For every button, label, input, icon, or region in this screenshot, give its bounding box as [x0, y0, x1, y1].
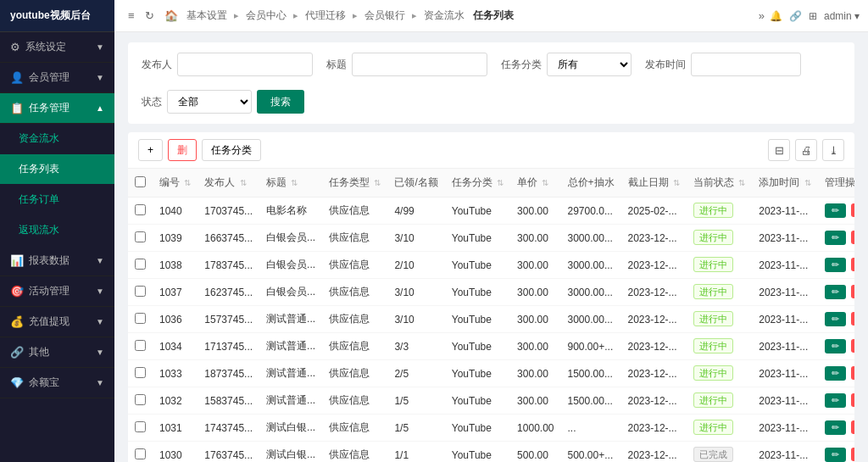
sidebar-item-cashflow[interactable]: 资金流水 [0, 124, 114, 154]
delete-row-button[interactable]: 🗑 [851, 203, 854, 217]
cell-task-type: 供应信息 [322, 225, 387, 252]
title-field: 标题 [326, 53, 487, 76]
fullscreen-icon[interactable]: ⊞ [809, 10, 817, 22]
edit-button[interactable]: ✏ [825, 420, 846, 435]
edit-button[interactable]: ✏ [825, 366, 846, 381]
cell-status: 已完成 [687, 442, 752, 463]
sidebar-item-tasklist[interactable]: 任务列表 [0, 154, 114, 185]
header-id: 编号 ⇅ [153, 169, 198, 198]
breadcrumb-item-basic[interactable]: 基本设置 [183, 7, 231, 25]
row-checkbox[interactable] [135, 313, 146, 324]
header-total: 总价+抽水 [561, 169, 621, 198]
cell-publisher: 1873745... [198, 360, 259, 387]
sidebar-item-tasks[interactable]: 📋 任务管理 ▲ [0, 93, 114, 124]
delete-row-button[interactable]: 🗑 [851, 258, 854, 271]
breadcrumb-sep: ▸ [353, 10, 358, 21]
edit-button[interactable]: ✏ [825, 312, 846, 326]
delete-button[interactable]: 删 [168, 139, 197, 161]
sidebar-item-refund[interactable]: 返现流水 [0, 215, 114, 246]
cell-category: YouTube [445, 387, 510, 415]
add-button[interactable]: + [138, 139, 163, 161]
delete-row-button[interactable]: 🗑 [851, 312, 854, 326]
table-body: 1040 1703745... 电影名称 供应信息 4/99 YouTube 3… [128, 198, 854, 463]
cell-publisher: 1703745... [198, 198, 259, 225]
header-add-time: 添加时间 ⇅ [752, 169, 817, 198]
delete-row-button[interactable]: 🗑 [851, 420, 854, 434]
edit-button[interactable]: ✏ [825, 231, 846, 245]
breadcrumb-item-bank[interactable]: 会员银行 [361, 7, 409, 25]
row-checkbox[interactable] [135, 286, 146, 297]
delete-row-button[interactable]: 🗑 [851, 285, 854, 298]
delete-row-button[interactable]: 🗑 [851, 393, 854, 407]
cell-title: 电影名称 [259, 198, 322, 225]
cell-completed: 3/10 [387, 306, 444, 333]
row-checkbox[interactable] [135, 340, 146, 351]
category-button[interactable]: 任务分类 [202, 139, 261, 161]
row-checkbox[interactable] [135, 421, 146, 432]
delete-row-button[interactable]: 🗑 [851, 339, 854, 353]
breadcrumb-item-agent[interactable]: 代理迁移 [302, 7, 349, 25]
edit-button[interactable]: ✏ [825, 258, 846, 272]
sidebar-item-activity[interactable]: 🎯 活动管理 ▼ [0, 276, 114, 307]
download-button[interactable]: ⤓ [822, 139, 844, 161]
sidebar-item-taskorders[interactable]: 任务订单 [0, 185, 114, 215]
row-checkbox[interactable] [135, 259, 146, 270]
delete-row-button[interactable]: 🗑 [851, 231, 854, 244]
system-icon: ⚙ [10, 41, 20, 53]
category-select[interactable]: 所有 [547, 53, 632, 76]
row-checkbox[interactable] [135, 448, 146, 459]
publish-time-input[interactable] [691, 53, 801, 76]
table-row: 1040 1703745... 电影名称 供应信息 4/99 YouTube 3… [128, 198, 854, 225]
cell-task-type: 供应信息 [322, 252, 387, 279]
edit-button[interactable]: ✏ [825, 448, 846, 462]
edit-button[interactable]: ✏ [825, 393, 846, 408]
sidebar-item-system[interactable]: ⚙ 系统设定 ▼ [0, 32, 114, 63]
cell-category: YouTube [445, 225, 510, 252]
publish-time-field: 发布时间 [645, 53, 801, 76]
row-checkbox[interactable] [135, 394, 146, 405]
title-input[interactable] [352, 53, 487, 76]
search-button[interactable]: 搜索 [257, 90, 304, 114]
cell-title: 测试普通... [259, 387, 322, 415]
sidebar: youtube视频后台 ⚙ 系统设定 ▼ 👤 会员管理 ▼ 📋 任务管理 ▲ 资… [0, 0, 114, 462]
cell-category: YouTube [445, 442, 510, 463]
delete-row-button[interactable]: 🗑 [851, 448, 854, 461]
cell-status: 进行中 [687, 360, 752, 387]
sidebar-item-label: 任务订单 [19, 192, 59, 207]
sidebar-item-other[interactable]: 🔗 其他 ▼ [0, 337, 114, 368]
print-button[interactable]: 🖨 [795, 139, 817, 161]
sidebar-item-balance[interactable]: 💎 余额宝 ▼ [0, 368, 114, 398]
breadcrumb-item-tasklist[interactable]: 任务列表 [470, 7, 517, 25]
status-select[interactable]: 全部 [167, 90, 252, 114]
chevron-down-icon: ▼ [96, 73, 104, 82]
publisher-input[interactable] [177, 53, 313, 76]
collapse-button[interactable]: ≡ [123, 6, 140, 25]
edit-button[interactable]: ✏ [825, 339, 846, 353]
sidebar-item-reports[interactable]: 📊 报表数据 ▼ [0, 246, 114, 276]
home-icon[interactable]: 🏠 [159, 6, 183, 25]
sidebar-item-label: 余额宝 [29, 376, 59, 390]
link-icon[interactable]: 🔗 [789, 10, 802, 22]
cell-unit-price: 300.00 [510, 387, 560, 415]
select-all-checkbox[interactable] [135, 176, 146, 187]
notification-icon[interactable]: 🔔 [770, 10, 782, 22]
sidebar-item-recharge[interactable]: 💰 充值提现 ▼ [0, 307, 114, 337]
user-menu[interactable]: admin ▾ [824, 10, 860, 22]
row-checkbox[interactable] [135, 231, 146, 242]
row-checkbox[interactable] [135, 367, 146, 378]
edit-button[interactable]: ✏ [825, 285, 846, 299]
delete-row-button[interactable]: 🗑 [851, 366, 854, 380]
more-button[interactable]: » [754, 6, 770, 25]
table-row: 1036 1573745... 测试普通... 供应信息 3/10 YouTub… [128, 306, 854, 333]
breadcrumb-item-members[interactable]: 会员中心 [242, 7, 290, 25]
edit-button[interactable]: ✏ [825, 203, 846, 218]
refresh-button[interactable]: ↻ [140, 6, 159, 25]
status-badge: 进行中 [693, 284, 733, 299]
cell-deadline: 2023-12-... [621, 333, 687, 360]
sidebar-item-members[interactable]: 👤 会员管理 ▼ [0, 63, 114, 93]
cell-actions: ✏ 🗑 [818, 442, 854, 463]
search-bar: 发布人 标题 任务分类 所有 发布时间 状态 全部 [128, 42, 854, 124]
breadcrumb-item-cashflow[interactable]: 资金流水 [420, 7, 468, 25]
export-button[interactable]: ⊟ [768, 139, 790, 161]
row-checkbox[interactable] [135, 204, 146, 215]
